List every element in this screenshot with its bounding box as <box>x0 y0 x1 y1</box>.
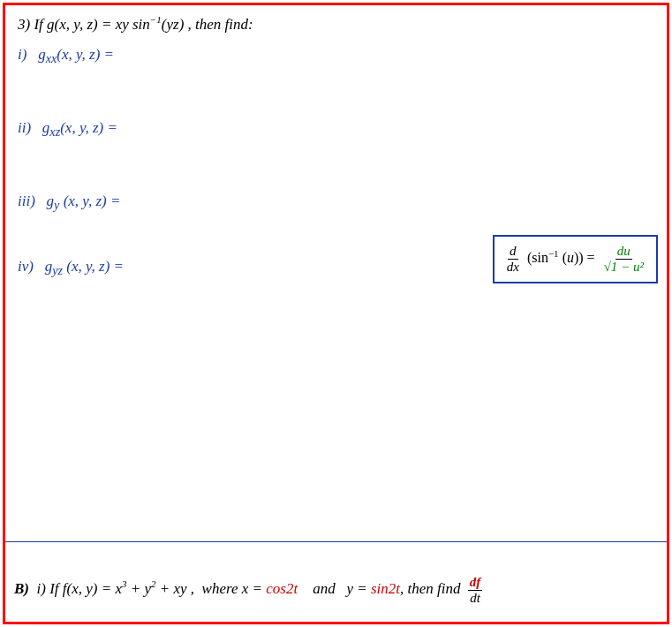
part-iii: iii) gy (x, y, z) = <box>18 193 654 213</box>
part-b-bold: B) <box>14 580 29 597</box>
hint-rhs: du √1 − u² <box>602 250 646 265</box>
outer-border: 3) If g(x, y, z) = xy sin−1(yz) , then f… <box>3 3 669 624</box>
part-b: B) i) If f(x, y) = x3 + y2 + xy , where … <box>14 575 482 606</box>
part-ii-expr: gxz(x, y, z) = <box>42 119 117 136</box>
section-divider <box>5 541 667 542</box>
part-i-expr: gxx(x, y, z) = <box>38 46 114 63</box>
part-iii-expr: gy (x, y, z) = <box>47 193 121 209</box>
hint-lhs: d dx (sin−1 (u)) = <box>505 250 599 265</box>
part-b-deriv: df dt <box>468 580 483 597</box>
part-ii-label: ii) <box>18 119 31 136</box>
part-iii-label: iii) <box>18 193 35 209</box>
part-ii: ii) gxz(x, y, z) = <box>18 119 654 140</box>
content-area: 3) If g(x, y, z) = xy sin−1(yz) , then f… <box>5 5 667 314</box>
part-i-label: i) <box>18 46 26 63</box>
hint-box: d dx (sin−1 (u)) = du √1 − u² <box>493 235 658 283</box>
part-i: i) gxx(x, y, z) = <box>18 46 654 66</box>
problem3-header: 3) If g(x, y, z) = xy sin−1(yz) , then f… <box>18 14 654 34</box>
part-iv-label: iv) <box>18 258 34 275</box>
hint-d-dx: d dx <box>505 244 521 275</box>
hint-rhs-frac: du √1 − u² <box>602 244 646 275</box>
part-iv-expr: gyz (x, y, z) = <box>45 258 124 275</box>
part-b-text: i) If f(x, y) = x3 + y2 + xy , where x =… <box>33 580 464 597</box>
